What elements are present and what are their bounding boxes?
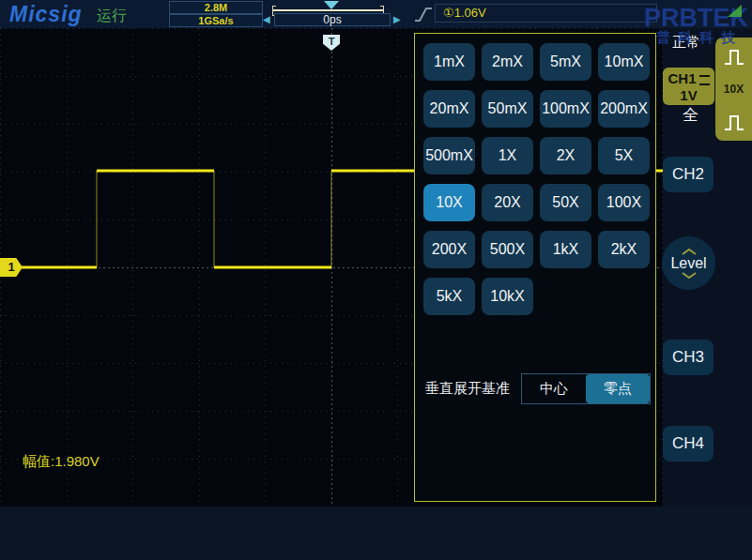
probe-option-2X[interactable]: 2X bbox=[540, 137, 591, 174]
trigger-level-button[interactable]: Level bbox=[662, 236, 715, 290]
chevron-down-icon bbox=[681, 272, 698, 280]
probe-menu-tab[interactable]: 10X bbox=[715, 38, 752, 141]
probe-option-200X[interactable]: 200X bbox=[423, 231, 475, 268]
ref-option-center[interactable]: 中心 bbox=[522, 374, 586, 403]
probe-option-10mX[interactable]: 10mX bbox=[598, 43, 650, 81]
channel3-button[interactable]: CH3 bbox=[663, 340, 714, 375]
sample-rate-value: 1GSa/s bbox=[169, 14, 263, 27]
channel1-button[interactable]: CH1 1V bbox=[663, 68, 714, 105]
probe-option-500X[interactable]: 500X bbox=[482, 231, 533, 268]
pan-right-icon[interactable]: ▶ bbox=[393, 14, 401, 24]
probe-option-50X[interactable]: 50X bbox=[540, 184, 591, 221]
ch1-label: CH1 bbox=[668, 70, 696, 86]
probe-option-20X[interactable]: 20X bbox=[482, 184, 533, 221]
acquisition-info-box[interactable]: 2.8M 1GSa/s bbox=[169, 1, 263, 27]
probe-option-20mX[interactable]: 20mX bbox=[423, 90, 475, 128]
trigger-mode-label: 正常 bbox=[672, 34, 700, 52]
probe-option-10X[interactable]: 10X bbox=[423, 184, 475, 221]
ch1-scale: 1V bbox=[680, 87, 697, 103]
channel2-button[interactable]: CH2 bbox=[663, 157, 714, 192]
pulse-icon bbox=[722, 45, 746, 68]
channel4-button[interactable]: CH4 bbox=[663, 426, 714, 462]
probe-option-2mX[interactable]: 2mX bbox=[482, 43, 533, 81]
trigger-slope-icon[interactable] bbox=[413, 6, 434, 23]
bottom-toolbar: ▲ 微调 ▼ 快速 保存 200us CH1 bbox=[0, 507, 752, 560]
ref-option-zero[interactable]: 零点 bbox=[586, 374, 650, 403]
oscilloscope-app: Micsig 运行 2.8M 1GSa/s ◀ 0ps ▶ ①1.06V PRB… bbox=[0, 0, 752, 560]
trigger-delay-value: 0ps bbox=[274, 13, 391, 26]
dc-coupling-icon bbox=[699, 75, 710, 85]
probe-option-10kX[interactable]: 10kX bbox=[482, 278, 533, 315]
probe-option-2kX[interactable]: 2kX bbox=[598, 231, 650, 268]
probe-option-100X[interactable]: 100X bbox=[598, 184, 650, 221]
probe-options-grid: 1mX2mX5mX10mX20mX50mX100mX200mX500mX1X2X… bbox=[423, 43, 651, 315]
probe-option-1X[interactable]: 1X bbox=[482, 137, 533, 174]
amplitude-measurement: 幅值:1.980V bbox=[23, 453, 100, 471]
run-status-label: 运行 bbox=[97, 7, 127, 26]
trigger-position-slider[interactable] bbox=[273, 9, 383, 11]
full-bandwidth-label: 全 bbox=[683, 104, 698, 126]
probe-option-1kX[interactable]: 1kX bbox=[540, 231, 591, 268]
vertical-reference-row: 垂直展开基准 中心 零点 bbox=[425, 373, 647, 404]
probe-option-500mX[interactable]: 500mX bbox=[423, 137, 475, 174]
trigger-position-thumb-icon[interactable] bbox=[324, 1, 339, 9]
probe-option-100mX[interactable]: 100mX bbox=[540, 90, 591, 128]
chevron-up-icon bbox=[681, 248, 698, 255]
memory-depth-value: 2.8M bbox=[169, 1, 263, 14]
trigger-level-readout[interactable]: ①1.06V bbox=[435, 4, 657, 23]
probe-attenuation-panel: 1mX2mX5mX10mX20mX50mX100mX200mX500mX1X2X… bbox=[414, 33, 656, 502]
probe-option-200mX[interactable]: 200mX bbox=[598, 90, 650, 128]
pan-left-icon[interactable]: ◀ bbox=[263, 14, 270, 24]
header-bar: Micsig 运行 2.8M 1GSa/s ◀ 0ps ▶ ①1.06V bbox=[0, 0, 752, 28]
pulse-icon bbox=[722, 111, 746, 133]
probe-option-5mX[interactable]: 5mX bbox=[540, 43, 591, 81]
probe-option-5kX[interactable]: 5kX bbox=[423, 278, 475, 315]
probe-option-50mX[interactable]: 50mX bbox=[482, 90, 533, 128]
vertical-reference-control: 中心 零点 bbox=[521, 373, 651, 404]
probe-factor-badge: 10X bbox=[724, 83, 744, 96]
probe-option-5X[interactable]: 5X bbox=[598, 137, 650, 174]
probe-option-1mX[interactable]: 1mX bbox=[423, 43, 475, 81]
level-label: Level bbox=[670, 255, 706, 272]
vertical-reference-label: 垂直展开基准 bbox=[425, 380, 510, 398]
brand-logo: Micsig bbox=[9, 2, 83, 27]
